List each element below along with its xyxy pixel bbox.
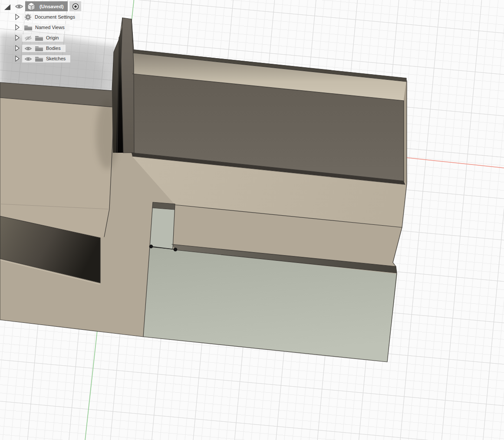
browser-item-label: Sketches	[46, 55, 66, 62]
eye-icon[interactable]	[24, 56, 32, 62]
browser-item-label: Named Views	[35, 24, 65, 31]
folder-icon	[35, 35, 43, 41]
folder-icon	[35, 56, 43, 62]
eye-slash-icon[interactable]	[24, 35, 32, 41]
folder-icon	[35, 46, 43, 51]
chevron-right-icon[interactable]	[15, 45, 20, 51]
gear-icon	[24, 13, 32, 21]
chevron-right-icon[interactable]	[15, 35, 20, 41]
component-cube-icon	[26, 2, 36, 11]
shading-smudge	[96, 100, 119, 169]
chevron-right-icon[interactable]	[15, 56, 20, 62]
browser-panel: (Unsaved) Doc	[0, 0, 139, 69]
activate-component-radio[interactable]	[69, 1, 81, 11]
eye-icon[interactable]	[24, 46, 32, 52]
model-face-piece-front[interactable]	[150, 208, 175, 249]
eye-icon[interactable]	[15, 3, 23, 10]
browser-item-label: Bodies	[46, 45, 61, 52]
sketch-point[interactable]	[149, 245, 153, 249]
browser-item-label: Origin	[46, 34, 59, 42]
browser-item-label: Document Settings	[35, 13, 75, 21]
chevron-right-icon[interactable]	[15, 24, 20, 30]
browser-root-row[interactable]: (Unsaved)	[0, 1, 87, 11]
folder-icon	[24, 25, 32, 30]
collapse-triangle-icon[interactable]	[3, 3, 11, 11]
document-title: (Unsaved)	[40, 4, 64, 9]
chevron-right-icon[interactable]	[15, 14, 20, 20]
model-face-left-block-top[interactable]	[0, 98, 114, 238]
sketch-point[interactable]	[174, 248, 178, 252]
